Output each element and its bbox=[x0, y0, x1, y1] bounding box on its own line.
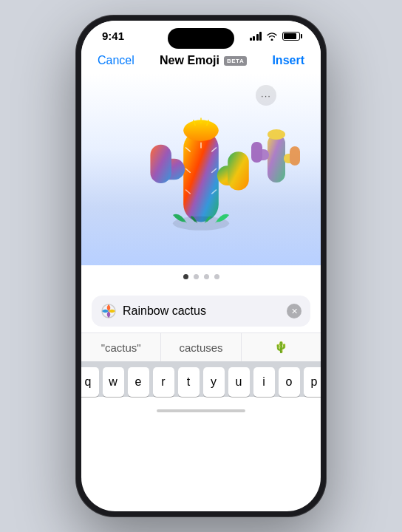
search-input[interactable]: Rainbow cactus bbox=[123, 304, 281, 318]
page-dot-3 bbox=[204, 274, 209, 279]
page-title: New Emoji bbox=[160, 54, 219, 67]
key-w[interactable]: w bbox=[103, 367, 124, 397]
main-emoji-rainbow-cactus bbox=[134, 95, 268, 243]
time-display: 9:41 bbox=[102, 30, 124, 42]
page-indicators bbox=[81, 265, 321, 287]
emoji-gen-icon bbox=[100, 303, 117, 319]
clear-icon: ✕ bbox=[291, 307, 298, 316]
suggestion-emoji-3: 🌵 bbox=[274, 341, 288, 354]
suggestion-cactuses[interactable]: cactuses bbox=[161, 333, 241, 361]
emoji-display-area: ··· bbox=[81, 73, 321, 265]
search-area: Rainbow cactus ✕ bbox=[81, 287, 321, 332]
wifi-icon bbox=[266, 32, 278, 41]
home-bar bbox=[157, 409, 245, 412]
search-input-container[interactable]: Rainbow cactus ✕ bbox=[92, 296, 310, 327]
key-q[interactable]: q bbox=[81, 367, 99, 397]
svg-rect-17 bbox=[268, 134, 285, 183]
key-y[interactable]: y bbox=[203, 367, 225, 397]
nav-title-area: New Emoji BETA bbox=[160, 54, 247, 67]
beta-badge: BETA bbox=[224, 56, 247, 66]
phone-screen: 9:41 Cancel New Emoji BET bbox=[81, 21, 321, 511]
phone-frame: 9:41 Cancel New Emoji BET bbox=[75, 15, 327, 517]
clear-input-button[interactable]: ✕ bbox=[287, 304, 302, 318]
dynamic-island bbox=[168, 28, 234, 49]
svg-rect-21 bbox=[290, 146, 300, 166]
key-t[interactable]: t bbox=[178, 367, 200, 397]
svg-point-22 bbox=[268, 129, 285, 140]
navigation-bar: Cancel New Emoji BETA Insert bbox=[81, 47, 321, 73]
svg-rect-2 bbox=[150, 145, 171, 183]
keyboard: q w e r t y u i o p bbox=[81, 361, 321, 397]
cancel-button[interactable]: Cancel bbox=[98, 54, 134, 67]
signal-strength-icon bbox=[250, 32, 262, 41]
key-p[interactable]: p bbox=[304, 367, 321, 397]
key-o[interactable]: o bbox=[279, 367, 300, 397]
battery-icon bbox=[282, 32, 300, 41]
insert-button[interactable]: Insert bbox=[272, 54, 304, 67]
page-dot-1 bbox=[183, 274, 188, 279]
page-dot-2 bbox=[194, 274, 199, 279]
status-bar: 9:41 bbox=[81, 21, 321, 47]
home-indicator bbox=[81, 403, 321, 419]
key-i[interactable]: i bbox=[253, 367, 275, 397]
suggestion-cactus-quoted[interactable]: "cactus" bbox=[81, 333, 161, 361]
key-e[interactable]: e bbox=[128, 367, 149, 397]
page-dot-4 bbox=[214, 274, 219, 279]
keyboard-row-1: q w e r t y u i o p bbox=[84, 367, 318, 397]
suggestion-label-2: cactuses bbox=[179, 341, 222, 354]
status-icons bbox=[250, 32, 301, 41]
key-u[interactable]: u bbox=[228, 367, 250, 397]
suggestions-row: "cactus" cactuses 🌵 bbox=[81, 332, 321, 361]
suggestion-label-1: "cactus" bbox=[101, 341, 141, 354]
suggestion-cactus-emoji[interactable]: 🌵 bbox=[242, 333, 321, 361]
key-r[interactable]: r bbox=[153, 367, 174, 397]
svg-rect-4 bbox=[228, 151, 249, 190]
